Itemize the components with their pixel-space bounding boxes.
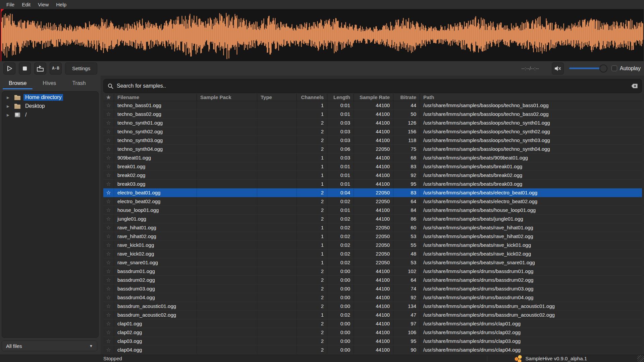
table-row[interactable]: ☆ break01.ogg 1 0:01 44100 83 /usr/share…: [103, 162, 642, 171]
column-header-path[interactable]: Path: [420, 94, 642, 101]
table-row[interactable]: ☆ bassdrum02.ogg 2 0:00 44100 64 /usr/sh…: [103, 276, 642, 284]
favorite-star-icon[interactable]: ☆: [103, 250, 114, 258]
table-row[interactable]: ☆ electro_beat02.ogg 2 0:02 22050 64 /us…: [103, 197, 642, 206]
table-row[interactable]: ☆ techno_synth04.ogg 2 0:06 22050 75 /us…: [103, 145, 642, 153]
play-button[interactable]: [3, 62, 15, 75]
file-filter-dropdown[interactable]: All files ▼: [2, 341, 97, 351]
favorite-star-icon[interactable]: ☆: [103, 232, 114, 240]
favorite-star-icon[interactable]: ☆: [103, 171, 114, 179]
favorite-star-icon[interactable]: ☆: [103, 188, 114, 197]
cell-bitrate: 102: [393, 267, 420, 275]
cell-bitrate: 53: [393, 258, 420, 267]
expand-arrow-icon[interactable]: ▶: [7, 96, 14, 99]
search-input[interactable]: [117, 83, 631, 89]
favorite-star-icon[interactable]: ☆: [103, 119, 114, 127]
table-row[interactable]: ☆ bassdrum04.ogg 2 0:00 44100 92 /usr/sh…: [103, 293, 642, 302]
favorite-star-icon[interactable]: ☆: [103, 258, 114, 267]
table-row[interactable]: ☆ bassdrum01.ogg 2 0:00 44100 102 /usr/s…: [103, 267, 642, 276]
menu-file[interactable]: File: [3, 0, 18, 9]
table-row[interactable]: ☆ house_loop01.ogg 2 0:01 44100 84 /usr/…: [103, 206, 642, 215]
column-header-bitrate[interactable]: Bitrate: [393, 94, 420, 101]
table-row[interactable]: ☆ rave_kick02.ogg 1 0:02 22050 48 /usr/s…: [103, 250, 642, 258]
loop-button[interactable]: [34, 62, 46, 75]
table-row[interactable]: ☆ techno_synth01.ogg 2 0:03 44100 126 /u…: [103, 119, 642, 127]
table-row[interactable]: ☆ rave_hihat01.ogg 1 0:02 22050 60 /usr/…: [103, 223, 642, 232]
table-row[interactable]: ☆ electro_beat01.ogg 2 0:04 22050 83 /us…: [103, 188, 642, 197]
menu-edit[interactable]: Edit: [18, 0, 34, 9]
tab-trash[interactable]: Trash: [64, 76, 94, 91]
favorite-star-icon[interactable]: ☆: [103, 337, 114, 345]
favorite-star-icon[interactable]: ☆: [103, 346, 114, 354]
favorite-star-icon[interactable]: ☆: [103, 276, 114, 284]
favorite-star-icon[interactable]: ☆: [103, 215, 114, 223]
favorite-column-header[interactable]: ★: [103, 94, 114, 101]
column-header-type[interactable]: Type: [257, 94, 297, 101]
table-row[interactable]: ☆ rave_hihat02.ogg 1 0:02 22050 53 /usr/…: [103, 232, 642, 241]
waveform-panel[interactable]: [0, 9, 644, 61]
loop-ab-button[interactable]: A-B: [50, 62, 62, 75]
stop-button[interactable]: [19, 62, 31, 75]
column-header-channels[interactable]: Channels: [297, 94, 327, 101]
favorite-star-icon[interactable]: ☆: [103, 302, 114, 310]
table-row[interactable]: ☆ clap01.ogg 2 0:00 44100 97 /usr/share/…: [103, 319, 642, 328]
favorite-star-icon[interactable]: ☆: [103, 180, 114, 188]
table-row[interactable]: ☆ clap03.ogg 2 0:00 44100 95 /usr/share/…: [103, 337, 642, 346]
tab-browse[interactable]: Browse: [1, 76, 35, 91]
table-row[interactable]: ☆ techno_bass01.ogg 1 0:01 44100 44 /usr…: [103, 101, 642, 110]
tree-item-root[interactable]: ▶ /: [2, 110, 98, 119]
table-row[interactable]: ☆ bassdrum03.ogg 2 0:00 44100 74 /usr/sh…: [103, 284, 642, 293]
favorite-star-icon[interactable]: ☆: [103, 197, 114, 206]
favorite-star-icon[interactable]: ☆: [103, 284, 114, 293]
table-row[interactable]: ☆ techno_synth02.ogg 2 0:03 44100 156 /u…: [103, 127, 642, 136]
table-row[interactable]: ☆ techno_synth03.ogg 2 0:03 44100 118 /u…: [103, 136, 642, 145]
column-header-length[interactable]: Length: [327, 94, 354, 101]
expand-arrow-icon[interactable]: ▶: [7, 113, 14, 117]
table-row[interactable]: ☆ rave_snare01.ogg 1 0:02 22050 53 /usr/…: [103, 258, 642, 267]
volume-handle[interactable]: [599, 64, 607, 73]
table-row[interactable]: ☆ bassdrum_acoustic02.ogg 1 0:02 44100 4…: [103, 311, 642, 319]
table-row[interactable]: ☆ clap02.ogg 2 0:00 44100 106 /usr/share…: [103, 328, 642, 337]
cell-sample-rate: 22050: [354, 250, 393, 258]
clear-search-icon[interactable]: [631, 84, 638, 88]
table-row[interactable]: ☆ rave_kick01.ogg 1 0:02 22050 55 /usr/s…: [103, 241, 642, 250]
favorite-star-icon[interactable]: ☆: [103, 223, 114, 232]
table-row[interactable]: ☆ bassdrum_acoustic01.ogg 2 0:00 44100 1…: [103, 302, 642, 311]
favorite-star-icon[interactable]: ☆: [103, 101, 114, 109]
search-bar[interactable]: [103, 79, 642, 93]
favorite-star-icon[interactable]: ☆: [103, 293, 114, 302]
tree-item-desktop[interactable]: ▶ Desktop: [2, 102, 98, 110]
tree-item-home-directory[interactable]: ▶ Home directory: [2, 93, 98, 102]
column-header-sample-rate[interactable]: Sample Rate: [354, 94, 393, 101]
autoplay-checkbox[interactable]: [611, 65, 617, 71]
favorite-star-icon[interactable]: ☆: [103, 267, 114, 275]
column-header-filename[interactable]: Filename: [114, 94, 197, 101]
column-header-sample-pack[interactable]: Sample Pack: [197, 94, 257, 101]
table-row[interactable]: ☆ 909beat01.ogg 1 0:03 44100 68 /usr/sha…: [103, 153, 642, 162]
settings-button[interactable]: Settings: [65, 62, 97, 75]
waveform-canvas[interactable]: [0, 9, 643, 61]
cell-type: [257, 215, 297, 223]
table-row[interactable]: ☆ break02.ogg 1 0:01 44100 92 /usr/share…: [103, 171, 642, 180]
favorite-star-icon[interactable]: ☆: [103, 319, 114, 328]
expand-arrow-icon[interactable]: ▶: [7, 104, 14, 108]
table-row[interactable]: ☆ jungle01.ogg 2 0:02 44100 86 /usr/shar…: [103, 215, 642, 223]
favorite-star-icon[interactable]: ☆: [103, 328, 114, 336]
resize-grip[interactable]: [637, 355, 644, 362]
table-row[interactable]: ☆ techno_bass02.ogg 1 0:01 44100 50 /usr…: [103, 110, 642, 119]
favorite-star-icon[interactable]: ☆: [103, 145, 114, 153]
favorite-star-icon[interactable]: ☆: [103, 311, 114, 319]
table-row[interactable]: ☆ clap04.ogg 2 0:00 44100 90 /usr/share/…: [103, 346, 642, 354]
favorite-star-icon[interactable]: ☆: [103, 241, 114, 249]
mute-button[interactable]: [552, 62, 564, 75]
table-row[interactable]: ☆ break03.ogg 1 0:01 44100 95 /usr/share…: [103, 180, 642, 188]
tab-hives[interactable]: Hives: [35, 76, 64, 91]
favorite-star-icon[interactable]: ☆: [103, 127, 114, 136]
favorite-star-icon[interactable]: ☆: [103, 153, 114, 162]
favorite-star-icon[interactable]: ☆: [103, 162, 114, 171]
favorite-star-icon[interactable]: ☆: [103, 110, 114, 118]
volume-slider[interactable]: [569, 64, 607, 73]
menu-view[interactable]: View: [34, 0, 52, 9]
favorite-star-icon[interactable]: ☆: [103, 206, 114, 214]
favorite-star-icon[interactable]: ☆: [103, 136, 114, 144]
menu-help[interactable]: Help: [52, 0, 70, 9]
